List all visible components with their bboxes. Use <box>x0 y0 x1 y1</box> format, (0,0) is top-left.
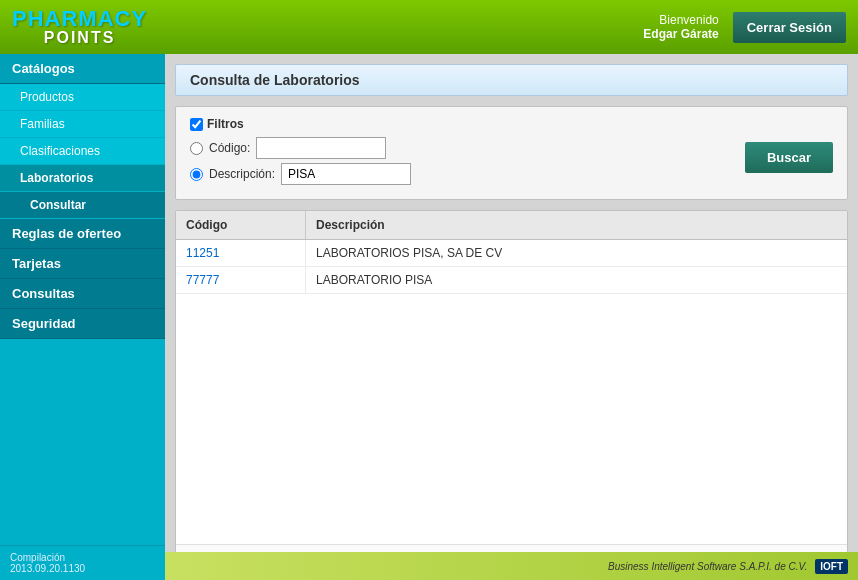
filters-checkbox[interactable] <box>190 118 203 131</box>
sidebar-item-consultar[interactable]: Consultar <box>0 192 165 219</box>
results-table: Código Descripción 11251LABORATORIOS PIS… <box>175 210 848 570</box>
app-footer: Business Intelligent Software S.A.P.I. d… <box>165 552 858 580</box>
sidebar-item-tarjetas[interactable]: Tarjetas <box>0 249 165 279</box>
app-header: PHARMACY POINTS Bienvenido Edgar Gárate … <box>0 0 858 54</box>
col-codigo-header: Código <box>176 211 306 239</box>
main-layout: Catálogos Productos Familias Clasificaci… <box>0 54 858 580</box>
filter-panel: Filtros Código: Descripción: Buscar <box>175 106 848 200</box>
table-row[interactable]: 11251LABORATORIOS PISA, SA DE CV <box>176 240 847 267</box>
content-area: Consulta de Laboratorios Filtros Código:… <box>165 54 858 580</box>
filter-row-descripcion: Descripción: <box>190 163 725 185</box>
table-header: Código Descripción <box>176 211 847 240</box>
welcome-label: Bienvenido <box>659 13 718 27</box>
sidebar-nav: Catálogos Productos Familias Clasificaci… <box>0 54 165 545</box>
sidebar-item-catalogos[interactable]: Catálogos <box>0 54 165 84</box>
welcome-text: Bienvenido Edgar Gárate <box>643 13 718 41</box>
filter-row-codigo: Código: <box>190 137 725 159</box>
codigo-label: Código: <box>209 141 250 155</box>
sidebar-item-laboratorios[interactable]: Laboratorios <box>0 165 165 192</box>
table-row[interactable]: 77777LABORATORIO PISA <box>176 267 847 294</box>
cell-descripcion: LABORATORIOS PISA, SA DE CV <box>306 240 847 266</box>
sidebar-compilacion: Compilación 2013.09.20.1130 <box>0 545 165 580</box>
descripcion-radio[interactable] <box>190 168 203 181</box>
sidebar-item-reglas-oferteo[interactable]: Reglas de oferteo <box>0 219 165 249</box>
col-descripcion-header: Descripción <box>306 211 847 239</box>
sidebar-item-productos[interactable]: Productos <box>0 84 165 111</box>
header-right: Bienvenido Edgar Gárate Cerrar Sesión <box>643 12 846 43</box>
cell-codigo[interactable]: 11251 <box>176 240 306 266</box>
filter-section: Filtros Código: Descripción: <box>190 117 725 189</box>
descripcion-label: Descripción: <box>209 167 275 181</box>
sidebar-item-seguridad[interactable]: Seguridad <box>0 309 165 339</box>
search-button[interactable]: Buscar <box>745 142 833 173</box>
compilacion-label: Compilación <box>10 552 155 563</box>
oft-brand-badge: IOFT <box>815 559 848 574</box>
table-body: 11251LABORATORIOS PISA, SA DE CV77777LAB… <box>176 240 847 544</box>
codigo-radio[interactable] <box>190 142 203 155</box>
logout-button[interactable]: Cerrar Sesión <box>733 12 846 43</box>
logo-points-text: POINTS <box>12 30 147 46</box>
sidebar-item-familias[interactable]: Familias <box>0 111 165 138</box>
sidebar: Catálogos Productos Familias Clasificaci… <box>0 54 165 580</box>
codigo-input[interactable] <box>256 137 386 159</box>
sidebar-item-clasificaciones[interactable]: Clasificaciones <box>0 138 165 165</box>
descripcion-input[interactable] <box>281 163 411 185</box>
footer-company-text: Business Intelligent Software S.A.P.I. d… <box>608 561 807 572</box>
logo-pharmacy-text: PHARMACY <box>12 8 147 30</box>
welcome-name: Edgar Gárate <box>643 27 718 41</box>
filter-title: Filtros <box>190 117 725 131</box>
sidebar-item-consultas[interactable]: Consultas <box>0 279 165 309</box>
app-logo: PHARMACY POINTS <box>12 8 147 46</box>
compilacion-version: 2013.09.20.1130 <box>10 563 155 574</box>
cell-codigo[interactable]: 77777 <box>176 267 306 293</box>
page-title: Consulta de Laboratorios <box>175 64 848 96</box>
cell-descripcion: LABORATORIO PISA <box>306 267 847 293</box>
